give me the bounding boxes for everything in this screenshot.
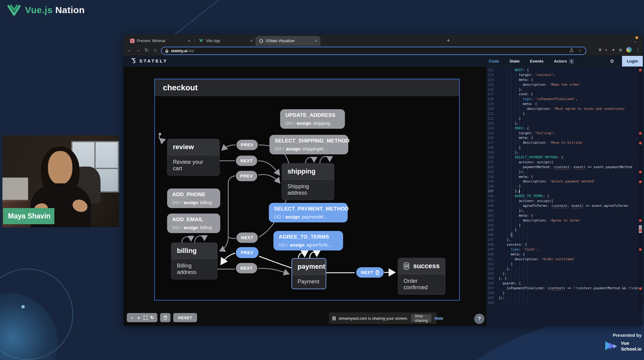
new-tab-button[interactable]: + [447,37,450,44]
event-select-payment-method[interactable]: SELECT_PAYMENT_METHOD DO / assign paymen… [269,203,348,222]
event-name: SELECT_PAYMENT_METHOD [274,206,342,212]
chevron-down-icon[interactable]: ⌄ [634,39,637,43]
code-line: 119 meta: { [486,102,643,106]
tab-code[interactable]: Code [489,59,499,63]
forward-icon[interactable]: → [134,47,142,53]
pill-label: PREV [241,250,253,255]
tab-vite-app[interactable]: Vite App × [196,36,256,46]
tab-title: XState Visualizer [266,39,310,43]
code-editor-panel[interactable]: 112 NEXT: {113 target: "success",114 met… [486,67,643,326]
share-icon[interactable] [569,48,574,52]
webcam-shelf [2,178,28,201]
do-label: DO / [274,214,284,219]
stately-logo: STATELY [131,58,168,64]
code-line: 153 }, [486,267,643,272]
state-review[interactable]: review Review your cart [167,139,220,176]
zoom-in-button[interactable]: + [135,313,142,322]
tab-present-minimal[interactable]: S Present: Minimal × [127,36,193,46]
bookmark-star-icon[interactable]: ☆ [578,48,582,53]
code-lines[interactable]: 112 NEXT: {113 target: "success",114 met… [486,68,643,305]
gear-icon[interactable]: ⚙ [610,58,614,64]
tab-state[interactable]: State [510,59,520,63]
pill-next-review-to-shipping[interactable]: NEXT [236,156,257,166]
state-title: billing [171,243,217,259]
stately-logo-text: STATELY [139,58,168,63]
stop-sharing-label: Stop sharing [415,314,428,323]
error-mark [639,171,642,173]
pill-prev-payment-to-billing[interactable]: PREV [236,247,258,258]
extension-icon[interactable]: ◐ [605,48,608,52]
zoom-out-button[interactable]: − [129,313,135,322]
fit-view-button[interactable] [142,313,149,322]
error-mark [639,142,642,144]
assign-arg: agreeToTe… [306,242,332,247]
hide-toast-button[interactable]: Hide [434,316,443,321]
tab-xstate-visualizer[interactable]: XState Visualizer × [256,36,320,46]
event-select-shipping-method[interactable]: SELECT_SHIPPING_METHOD DO / assign shipp… [269,135,348,154]
home-icon[interactable]: ⌂ [152,47,159,53]
pill-label: NEXT [240,158,253,163]
event-update-address[interactable]: UPDATE_ADDRESS DO / assign shipping [280,109,345,129]
vue-devtools-icon[interactable]: V [599,48,602,52]
address-bar[interactable]: stately.ai /viz ☆ [161,47,586,55]
code-line: 127 description: 'Move to billing' [486,140,643,145]
assign-label: assign [290,242,305,247]
tab-actors[interactable]: Actors1 [554,59,574,64]
tab-close-icon[interactable]: × [313,38,317,43]
reset-zoom-button[interactable]: ↻ [149,313,156,322]
assign-arg: billing [200,225,212,230]
event-agree-to-terms[interactable]: AGREE_TO_TERMS DO / assign agreeToTe… [273,231,343,250]
pill-next-billing-to-payment[interactable]: NEXT [236,263,257,273]
assign-arg: shipping [313,121,330,126]
code-line: 121 } [486,111,643,116]
code-line: 133 }), [486,170,643,175]
url-domain: stately.ai [171,49,188,53]
reading-list-icon[interactable]: ≣ [619,48,622,52]
login-button[interactable]: Login [622,56,643,67]
event-add-email[interactable]: ADD_EMAIL DO / assign billing [167,214,220,233]
state-payment[interactable]: payment Payment [291,258,326,289]
stately-header: STATELY Code State Events Actors1 ⚙ Logi… [123,56,643,67]
reset-button[interactable]: RESET [173,313,197,322]
checkout-machine-container[interactable]: UPDATE_ADDRESS DO / assign shipping SELE… [154,79,460,301]
conference-stream-stage: Vue.js Nation Maya Shavin S Present: Min… [0,0,644,360]
code-line: 158 } [486,291,643,296]
pill-next-payment-to-success[interactable]: NEXT [356,267,384,278]
help-button[interactable]: ? [474,314,485,324]
pill-prev-billing-to-shipping[interactable]: PREV [236,171,257,181]
machine-title-bar[interactable]: checkout [155,79,459,96]
event-add-phone[interactable]: ADD_PHONE DO / assign billing [167,189,220,208]
browser-menu-icon[interactable]: ⋮ [636,47,640,52]
back-icon[interactable]: ← [126,47,133,53]
url-path: /viz [188,49,194,53]
state-shipping[interactable]: shipping Shipping address [282,163,334,200]
reload-icon[interactable]: ↻ [143,47,150,53]
pill-label: NEXT [240,266,253,271]
stately-favicon [259,39,263,43]
state-description: Review your cart [167,155,219,175]
code-line: 129 }, [486,150,643,155]
error-mark [639,219,642,222]
pill-label: PREV [240,174,253,178]
code-line: 115 description: 'Make the order' [486,82,643,87]
assign-arg: billing [200,200,212,205]
assign-arg: paymentM… [302,214,328,219]
tab-close-icon[interactable]: × [185,38,190,43]
pill-prev-shipping-to-review[interactable]: PREV [236,140,258,150]
state-billing[interactable]: billing Billing address [171,243,218,279]
code-line: 132 paymentMethod: (context, event) => e… [486,165,643,170]
code-line: 154 }, [486,271,643,276]
diagram-canvas[interactable]: UPDATE_ADDRESS DO / assign shipping SELE… [123,67,486,326]
editor-scrollbar[interactable] [639,67,642,311]
state-success[interactable]: success Order confirmed [398,258,445,295]
extension-icon[interactable]: ✦ [612,48,615,52]
code-line: 128 } [486,145,643,150]
tab-close-icon[interactable]: × [248,38,253,43]
stop-sharing-button[interactable]: Stop sharing [411,314,432,322]
code-line: 147 }, [486,237,643,242]
state-description: Payment [292,275,326,289]
pill-next-shipping-to-billing[interactable]: NEXT [236,232,258,243]
profile-avatar[interactable] [626,47,632,52]
pan-hand-button[interactable] [160,313,170,322]
tab-events[interactable]: Events [530,59,543,63]
